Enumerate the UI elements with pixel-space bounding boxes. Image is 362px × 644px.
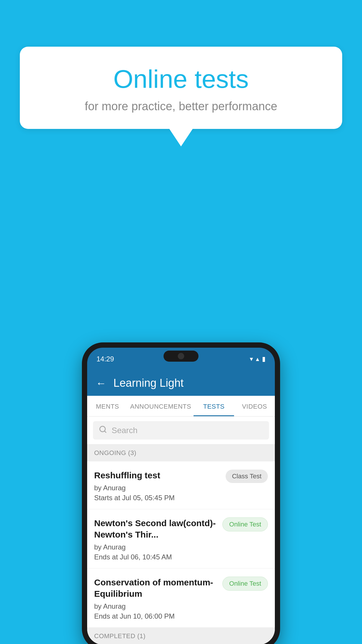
test-list: Reshuffling test by Anurag Starts at Jul…	[87, 461, 275, 628]
search-input[interactable]: Search	[112, 426, 138, 435]
search-container[interactable]: Search	[87, 416, 275, 444]
battery-icon: ▮	[262, 355, 266, 363]
test-info-newton: Newton's Second law(contd)-Newton's Thir…	[94, 517, 218, 561]
tab-videos[interactable]: VIDEOS	[234, 396, 275, 416]
phone-screen: ← Learning Light MENTS ANNOUNCEMENTS TES…	[87, 370, 275, 644]
badge-online-test-conservation: Online Test	[222, 577, 268, 591]
app-header: ← Learning Light	[87, 370, 275, 396]
tabs-bar: MENTS ANNOUNCEMENTS TESTS VIDEOS	[87, 396, 275, 416]
notch	[164, 351, 198, 362]
completed-title: COMPLETED (1)	[94, 632, 268, 640]
test-author-conservation: by Anurag	[94, 602, 218, 610]
tab-tests[interactable]: TESTS	[194, 396, 234, 416]
ongoing-title: ONGOING (3)	[94, 449, 268, 457]
ongoing-section-header: ONGOING (3)	[87, 444, 275, 461]
phone-mockup: 14:29 ▾ ▴ ▮ ← Learning Light MENTS	[82, 342, 280, 644]
tab-ments[interactable]: MENTS	[87, 396, 128, 416]
badge-online-test-newton: Online Test	[222, 517, 268, 531]
test-author-reshuffling: by Anurag	[94, 484, 221, 492]
test-time-newton: Ends at Jul 06, 10:45 AM	[94, 553, 218, 561]
test-time-reshuffling: Starts at Jul 05, 05:45 PM	[94, 494, 221, 502]
test-title-conservation: Conservation of momentum-Equilibrium	[94, 577, 218, 599]
status-bar: 14:29 ▾ ▴ ▮	[87, 348, 275, 370]
test-info-conservation: Conservation of momentum-Equilibrium by …	[94, 577, 218, 620]
signal-icon: ▴	[256, 355, 259, 363]
test-item-newton[interactable]: Newton's Second law(contd)-Newton's Thir…	[87, 509, 275, 568]
wifi-icon: ▾	[250, 355, 253, 363]
badge-class-test: Class Test	[226, 470, 268, 483]
svg-line-1	[104, 431, 106, 432]
test-time-conservation: Ends at Jun 10, 06:00 PM	[94, 612, 218, 620]
bubble-title: Online tests	[43, 64, 319, 94]
test-item-conservation[interactable]: Conservation of momentum-Equilibrium by …	[87, 568, 275, 628]
bubble-subtitle: for more practice, better performance	[43, 100, 319, 113]
status-time: 14:29	[96, 355, 114, 363]
test-title-newton: Newton's Second law(contd)-Newton's Thir…	[94, 517, 218, 540]
speech-bubble: Online tests for more practice, better p…	[20, 47, 342, 129]
speech-bubble-section: Online tests for more practice, better p…	[20, 47, 342, 146]
search-icon	[99, 425, 107, 435]
status-icons: ▾ ▴ ▮	[250, 355, 266, 363]
tab-announcements[interactable]: ANNOUNCEMENTS	[128, 396, 194, 416]
bubble-arrow	[169, 129, 193, 146]
back-button[interactable]: ←	[96, 377, 106, 389]
search-bar[interactable]: Search	[93, 421, 269, 440]
camera	[178, 353, 184, 359]
test-info-reshuffling: Reshuffling test by Anurag Starts at Jul…	[94, 470, 221, 502]
app-title: Learning Light	[113, 377, 184, 389]
test-item-reshuffling[interactable]: Reshuffling test by Anurag Starts at Jul…	[87, 461, 275, 509]
test-author-newton: by Anurag	[94, 543, 218, 551]
test-title-reshuffling: Reshuffling test	[94, 470, 221, 481]
completed-section-header: COMPLETED (1)	[87, 628, 275, 644]
phone-frame: 14:29 ▾ ▴ ▮ ← Learning Light MENTS	[82, 342, 280, 644]
